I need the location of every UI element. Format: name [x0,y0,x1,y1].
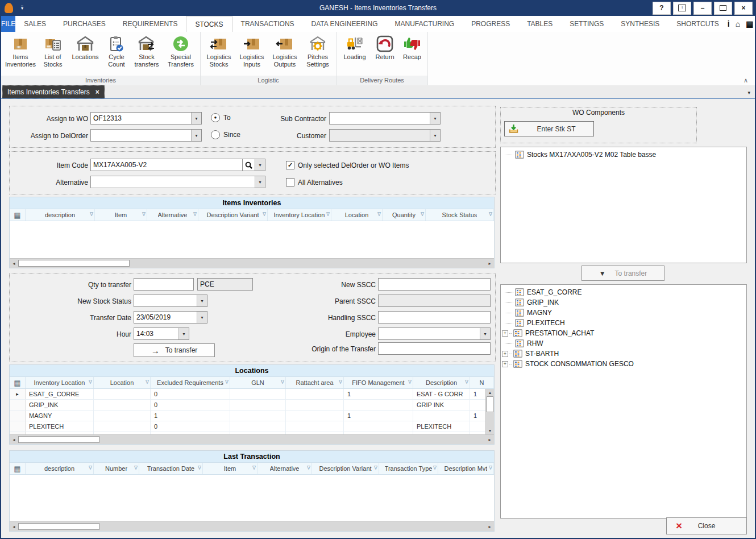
cell[interactable]: PLEXITECH [26,421,94,432]
cell[interactable] [344,432,413,434]
cell[interactable] [286,400,344,410]
cell[interactable]: ESAT - G CORR [413,389,470,399]
to-transfer-down-button[interactable]: ▼ To transfer [581,266,664,281]
filter-icon[interactable]: ∇ [193,212,197,217]
handling-sscc-input[interactable] [378,311,491,324]
filter-icon[interactable]: ∇ [146,379,149,385]
cell[interactable]: 1 [470,389,486,399]
row-selector[interactable] [10,421,26,432]
filter-icon[interactable]: ∇ [433,465,437,471]
cell[interactable] [413,411,470,421]
only-selected-checkbox[interactable]: ✓Only selected DelOrder or WO Items [286,161,409,169]
tab-data-engineering[interactable]: DATA ENGINEERING [303,16,387,32]
table-row[interactable]: PLEXITECH 0 PLEXITECH [10,421,486,432]
column-header[interactable]: Stock Status∇ [426,209,494,221]
cell[interactable]: 1 [151,411,230,421]
cell[interactable]: 0 [151,389,230,399]
cell[interactable] [94,400,151,410]
scroll-right-icon[interactable]: ▸ [485,435,494,444]
alternative-combo[interactable]: ▾ [90,176,265,188]
table-row[interactable]: MAGNY 1 1 1 [10,411,486,421]
table-row[interactable]: ▸ ESAT_G_CORRE 0 1 ESAT - G CORR 1 [10,389,486,400]
filter-icon[interactable]: ∇ [281,379,284,385]
column-header[interactable]: Alternative∇ [147,209,198,221]
filter-icon[interactable]: ∇ [374,465,377,471]
filter-icon[interactable]: ∇ [489,465,492,471]
ribbon-special-transfers-button[interactable]: SpecialTransfers [163,34,198,68]
column-header[interactable]: Location∇ [94,377,151,388]
item-search-button[interactable] [242,159,255,171]
column-header[interactable]: Item∇ [95,209,147,221]
help-button[interactable]: ? [653,2,671,15]
dropdown-icon[interactable]: ▾ [191,130,201,141]
all-alternatives-checkbox[interactable]: All Alternatives [286,178,343,186]
cell[interactable] [286,421,344,432]
filter-icon[interactable]: ∇ [89,465,92,471]
ribbon-stock-transfers-button[interactable]: Stocktransfers [130,34,163,68]
sub-contractor-combo[interactable]: ▾ [329,112,441,125]
cell[interactable]: GRIP INK [413,400,470,410]
table-view-icon[interactable]: ▦ [746,19,753,28]
to-radio[interactable]: ●To [211,113,231,122]
tree-item[interactable]: Stocks MX17AXA005-V2 M02 Table basse [501,150,746,160]
filter-icon[interactable]: ∇ [377,212,381,217]
column-header[interactable]: N [470,377,494,388]
dropdown-icon[interactable]: ▾ [430,113,440,124]
cell[interactable] [413,432,470,434]
column-header[interactable]: Quantity∇ [383,209,426,221]
assign-to-delorder-combo[interactable]: ▾ [90,129,202,142]
assign-to-wo-combo[interactable]: OF12313▾ [90,112,202,125]
horizontal-scrollbar[interactable]: ◂ ▸ [10,258,494,268]
row-selector[interactable] [10,400,26,410]
item-code-input[interactable]: MX17AXA005-V2 [90,159,243,171]
enter-stk-st-button[interactable]: Enter Stk ST [504,121,594,136]
ribbon-style-button[interactable]: ↑ [673,2,691,15]
tab-requirements[interactable]: REQUIREMENTS [114,16,186,32]
cell[interactable] [230,389,286,399]
column-header[interactable]: Excluded Requirements∇ [151,377,230,388]
qty-to-transfer-input[interactable] [134,278,194,291]
scrollbar-thumb[interactable] [487,396,493,412]
grid-corner-icon[interactable]: ▦ [10,377,26,388]
scroll-left-icon[interactable]: ◂ [10,259,18,268]
tree-item[interactable]: GRIP_INK [501,297,746,308]
cell[interactable] [344,400,413,410]
to-transfer-button[interactable]: → To transfer [134,343,215,357]
close-button[interactable]: × Close [666,517,747,534]
tab-synthesis[interactable]: SYNTHESIS [612,16,668,32]
tab-close-icon[interactable]: × [95,88,99,96]
scrollbar-thumb[interactable] [18,260,130,267]
column-header[interactable]: Item∇ [203,463,257,474]
column-header[interactable]: GLN∇ [230,377,286,388]
row-selector[interactable] [10,432,26,434]
expand-icon[interactable]: + [502,330,508,337]
filter-icon[interactable]: ∇ [198,465,201,471]
ribbon-recap-button[interactable]: Recap [398,34,426,61]
cell[interactable]: 1 [470,411,486,421]
column-header[interactable]: Description Mvt∇ [438,463,494,474]
cell[interactable]: GRIP_INK [26,400,94,410]
cell[interactable] [286,389,344,399]
tree-item[interactable]: +STOCK CONSOMMATION GESCO [501,359,746,369]
tree-item[interactable]: ESAT_G_CORRE [501,287,746,297]
scroll-up-icon[interactable]: ▴ [486,389,494,396]
filter-icon[interactable]: ∇ [421,212,424,217]
row-selector[interactable]: ▸ [10,389,26,399]
last-transaction-body[interactable] [10,475,494,521]
ribbon-cycle-count-button[interactable]: CycleCount [103,34,130,68]
cell[interactable]: PRESTATION_ACHA [26,432,94,434]
vertical-scrollbar[interactable]: ▴ ▾ [485,389,494,434]
cell[interactable] [230,411,286,421]
cell[interactable] [94,389,151,399]
tree-item[interactable]: +PRESTATION_ACHAT [501,328,746,338]
column-header[interactable]: Inventory Location∇ [268,209,331,221]
tree-item[interactable]: RHW [501,338,746,349]
table-row[interactable]: GRIP_INK 0 GRIP INK [10,400,486,411]
grid-corner-icon[interactable]: ▦ [10,463,26,474]
cell[interactable] [470,400,486,410]
cell[interactable]: 1 [344,411,413,421]
tab-stocks[interactable]: STOCKS [186,16,232,32]
column-header[interactable]: description∇ [26,209,95,221]
horizontal-scrollbar[interactable]: ◂ ▸ [10,434,494,444]
new-sscc-input[interactable] [378,278,491,291]
